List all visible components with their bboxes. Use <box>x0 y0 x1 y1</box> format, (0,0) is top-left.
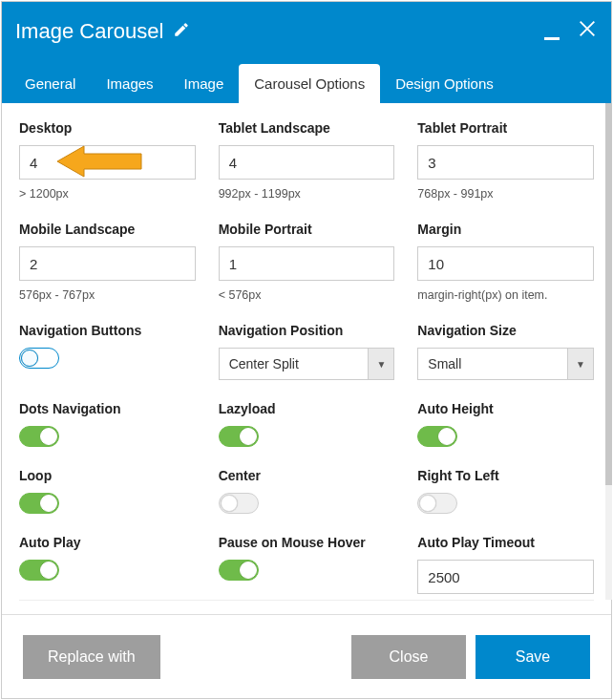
field-pause-hover: Pause on Mouse Hover <box>219 535 395 594</box>
tab-design-options[interactable]: Design Options <box>380 64 509 103</box>
toggle-center[interactable] <box>219 493 259 514</box>
field-dots-navigation: Dots Navigation <box>19 401 196 447</box>
label-autoplay: Auto Play <box>19 535 196 550</box>
tab-images[interactable]: Images <box>91 64 168 103</box>
close-button[interactable]: Close <box>351 635 466 679</box>
input-tablet-landscape[interactable] <box>219 145 395 180</box>
select-navigation-size[interactable]: Small ▼ <box>417 348 594 380</box>
tab-carousel-options[interactable]: Carousel Options <box>239 64 380 103</box>
helper-mobile-landscape: 576px - 767px <box>19 288 196 302</box>
save-button[interactable]: Save <box>476 635 590 679</box>
label-desktop: Desktop <box>19 120 196 136</box>
field-navigation-position: Navigation Position Center Split ▼ <box>219 323 395 380</box>
field-navigation-buttons: Navigation Buttons <box>19 323 196 380</box>
input-tablet-portrait[interactable] <box>417 145 594 180</box>
label-auto-height: Auto Height <box>417 401 594 416</box>
minimize-icon[interactable] <box>544 37 560 40</box>
modal-header: Image Carousel <box>2 2 611 61</box>
input-mobile-portrait[interactable] <box>219 246 395 281</box>
toggle-pause-hover[interactable] <box>219 560 259 581</box>
helper-tablet-landscape: 992px - 1199px <box>219 187 395 201</box>
modal-footer: Replace with Close Save <box>2 614 611 698</box>
helper-mobile-portrait: < 576px <box>219 288 395 302</box>
field-autoplay-timeout: Auto Play Timeout <box>417 535 594 594</box>
field-lazyload: Lazyload <box>219 401 395 447</box>
label-lazyload: Lazyload <box>219 401 395 416</box>
field-auto-height: Auto Height <box>417 401 594 447</box>
toggle-loop[interactable] <box>19 493 59 514</box>
toggle-lazyload[interactable] <box>219 426 259 447</box>
label-mobile-portrait: Mobile Portrait <box>219 222 395 237</box>
field-navigation-size: Navigation Size Small ▼ <box>417 323 594 380</box>
toggle-dots-navigation[interactable] <box>19 426 59 447</box>
field-tablet-landscape: Tablet Landscape 992px - 1199px <box>219 120 395 201</box>
pencil-icon[interactable] <box>173 19 190 44</box>
tab-bar: General Images Image Carousel Options De… <box>2 61 611 103</box>
tab-image[interactable]: Image <box>169 64 240 103</box>
input-autoplay-timeout[interactable] <box>417 560 594 594</box>
modal-title: Image Carousel <box>15 19 163 44</box>
field-autoplay: Auto Play <box>19 535 196 594</box>
helper-tablet-portrait: 768px - 991px <box>417 187 594 201</box>
label-tablet-portrait: Tablet Portrait <box>417 120 594 136</box>
label-navigation-size: Navigation Size <box>417 323 594 338</box>
field-margin: Margin margin-right(px) on item. <box>417 222 594 302</box>
replace-with-button[interactable]: Replace with <box>23 635 160 679</box>
image-carousel-modal: Image Carousel General Images Image Caro… <box>1 1 612 699</box>
label-navigation-buttons: Navigation Buttons <box>19 323 196 338</box>
scrollbar-thumb[interactable] <box>605 103 612 485</box>
modal-body[interactable]: Desktop > 1200px Tablet Landscape 992px … <box>2 103 611 614</box>
field-loop: Loop <box>19 468 196 514</box>
helper-margin: margin-right(px) on item. <box>417 288 594 302</box>
label-autoplay-timeout: Auto Play Timeout <box>417 535 594 550</box>
label-margin: Margin <box>417 222 594 237</box>
toggle-rtl[interactable] <box>417 493 457 514</box>
field-mobile-landscape: Mobile Landscape 576px - 767px <box>19 222 196 302</box>
helper-desktop: > 1200px <box>19 187 196 201</box>
label-navigation-position: Navigation Position <box>219 323 395 338</box>
close-icon[interactable] <box>577 18 598 45</box>
label-pause-hover: Pause on Mouse Hover <box>219 535 395 550</box>
label-mobile-landscape: Mobile Landscape <box>19 222 196 237</box>
field-rtl: Right To Left <box>417 468 594 514</box>
tab-general[interactable]: General <box>10 64 91 103</box>
toggle-navigation-buttons[interactable] <box>19 348 59 369</box>
label-rtl: Right To Left <box>417 468 594 483</box>
chevron-down-icon: ▼ <box>567 348 594 380</box>
input-mobile-landscape[interactable] <box>19 246 196 281</box>
field-tablet-portrait: Tablet Portrait 768px - 991px <box>417 120 594 201</box>
label-loop: Loop <box>19 468 196 483</box>
divider <box>19 600 594 601</box>
toggle-autoplay[interactable] <box>19 560 59 581</box>
field-desktop: Desktop > 1200px <box>19 120 196 201</box>
field-mobile-portrait: Mobile Portrait < 576px <box>219 222 395 302</box>
select-navigation-position[interactable]: Center Split ▼ <box>219 348 395 380</box>
input-desktop[interactable] <box>19 145 196 180</box>
label-dots-navigation: Dots Navigation <box>19 401 196 416</box>
label-tablet-landscape: Tablet Landscape <box>219 120 395 136</box>
label-center: Center <box>219 468 395 483</box>
chevron-down-icon: ▼ <box>368 348 394 380</box>
input-margin[interactable] <box>417 246 594 281</box>
field-center: Center <box>219 468 395 514</box>
toggle-auto-height[interactable] <box>417 426 457 447</box>
